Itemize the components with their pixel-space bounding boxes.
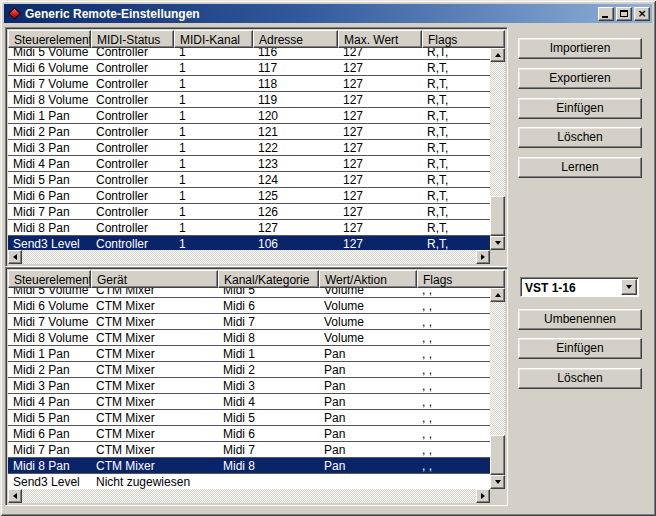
scroll-down-button[interactable] — [490, 236, 505, 250]
cell: Midi 2 — [218, 362, 319, 377]
column-header-adresse[interactable]: Adresse — [253, 30, 338, 48]
table-row[interactable]: Midi 6 VolumeCTM MixerMidi 6Volume, , — [8, 298, 490, 314]
column-header-steuerelement[interactable]: Steuerelement — [8, 270, 91, 288]
insert-bank-button[interactable]: Einfügen — [518, 338, 642, 359]
cell: Midi 5 — [218, 410, 319, 425]
scroll-up-button[interactable] — [490, 48, 505, 62]
cell: 127 — [338, 236, 422, 250]
rename-button[interactable]: Umbenennen — [518, 309, 642, 330]
delete-bank-button[interactable]: Löschen — [518, 368, 642, 389]
cell: , , — [417, 362, 490, 377]
scroll-right-button[interactable] — [476, 489, 490, 503]
midi-status-table: SteuerelementMIDI-StatusMIDI-KanalAdress… — [5, 27, 508, 267]
column-header-midi-status[interactable]: MIDI-Status — [91, 30, 174, 48]
table-header: SteuerelementGerätKanal/KategorieWert/Ak… — [8, 270, 505, 288]
table-row[interactable]: Midi 6 PanController1125127R,T, — [8, 188, 490, 204]
column-header-kanal-kategorie[interactable]: Kanal/Kategorie — [218, 270, 319, 288]
insert-button[interactable]: Einfügen — [518, 98, 642, 119]
cell: CTM Mixer — [91, 458, 218, 473]
cell: R,T, — [422, 108, 490, 123]
minimize-button[interactable] — [598, 7, 614, 21]
table-row[interactable]: Midi 5 PanCTM MixerMidi 5Pan, , — [8, 410, 490, 426]
table-row[interactable]: Midi 7 VolumeController1118127R,T, — [8, 76, 490, 92]
table-row[interactable]: Midi 5 PanController1124127R,T, — [8, 172, 490, 188]
title-bar[interactable]: Generic Remote-Einstellungen × — [4, 4, 652, 23]
cell: CTM Mixer — [91, 346, 218, 361]
column-header-steuerelement[interactable]: Steuerelement — [8, 30, 91, 48]
cell: 127 — [338, 92, 422, 107]
delete-button[interactable]: Löschen — [518, 127, 642, 148]
table-row[interactable]: Send3 LevelNicht zugewiesen — [8, 474, 490, 489]
maximize-button[interactable] — [616, 7, 632, 21]
cell: 127 — [338, 172, 422, 187]
table-row[interactable]: Midi 2 PanCTM MixerMidi 2Pan, , — [8, 362, 490, 378]
table-row[interactable]: Midi 2 PanController1121127R,T, — [8, 124, 490, 140]
table-row[interactable]: Midi 4 PanController1123127R,T, — [8, 156, 490, 172]
table-row[interactable]: Midi 7 VolumeCTM MixerMidi 7Volume, , — [8, 314, 490, 330]
vertical-scrollbar[interactable] — [490, 48, 505, 250]
table-row[interactable]: Send3 LevelController1106127R,T, — [8, 236, 490, 250]
cell: Controller — [91, 220, 174, 235]
arrow-down-icon — [495, 480, 501, 484]
table-rows: Midi 5 VolumeCTM MixerMidi 5Volume, ,Mid… — [8, 288, 490, 489]
close-button[interactable]: × — [634, 7, 650, 21]
table-row[interactable]: Midi 8 PanController1127127R,T, — [8, 220, 490, 236]
column-header-flags[interactable]: Flags — [422, 30, 505, 48]
cell: R,T, — [422, 48, 490, 59]
scroll-left-button[interactable] — [8, 250, 22, 264]
table-row[interactable]: Midi 4 PanCTM MixerMidi 4Pan, , — [8, 394, 490, 410]
scroll-left-button[interactable] — [8, 489, 22, 503]
cell: , , — [417, 346, 490, 361]
table-row[interactable]: Midi 7 PanCTM MixerMidi 7Pan, , — [8, 442, 490, 458]
table-row[interactable]: Midi 3 PanController1122127R,T, — [8, 140, 490, 156]
cell: 127 — [338, 156, 422, 171]
scrollbar-track[interactable] — [22, 489, 476, 503]
scrollbar-track[interactable] — [490, 302, 505, 475]
cell: 122 — [253, 140, 338, 155]
column-header-max-wert[interactable]: Max. Wert — [338, 30, 422, 48]
table-row[interactable]: Midi 1 PanCTM MixerMidi 1Pan, , — [8, 346, 490, 362]
table-row[interactable]: Midi 5 VolumeController1116127R,T, — [8, 48, 490, 60]
column-header-flags[interactable]: Flags — [417, 270, 505, 288]
column-header-ger-t[interactable]: Gerät — [91, 270, 218, 288]
table-row[interactable]: Midi 6 PanCTM MixerMidi 6Pan, , — [8, 426, 490, 442]
scrollbar-track[interactable] — [22, 250, 476, 264]
scroll-up-button[interactable] — [490, 288, 505, 302]
cell: 127 — [338, 60, 422, 75]
cell: 1 — [174, 220, 253, 235]
window-title: Generic Remote-Einstellungen — [22, 7, 596, 21]
cell: Pan — [319, 410, 417, 425]
table-row[interactable]: Midi 8 PanCTM MixerMidi 8Pan, , — [8, 458, 490, 474]
export-button[interactable]: Exportieren — [518, 68, 642, 89]
cell: Controller — [91, 156, 174, 171]
learn-button[interactable]: Lernen — [518, 157, 642, 178]
table-row[interactable]: Midi 6 VolumeController1117127R,T, — [8, 60, 490, 76]
table-row[interactable]: Midi 1 PanController1120127R,T, — [8, 108, 490, 124]
scroll-down-button[interactable] — [490, 475, 505, 489]
cell: Midi 8 Pan — [8, 458, 91, 473]
table-row[interactable]: Midi 5 VolumeCTM MixerMidi 5Volume, , — [8, 288, 490, 298]
scrollbar-thumb[interactable] — [490, 435, 505, 475]
bank-select-value: VST 1-16 — [521, 280, 621, 295]
cell: Midi 8 Pan — [8, 220, 91, 235]
table-row[interactable]: Midi 8 VolumeController1119127R,T, — [8, 92, 490, 108]
import-button[interactable]: Importieren — [518, 38, 642, 59]
horizontal-scrollbar[interactable] — [8, 489, 490, 503]
vertical-scrollbar[interactable] — [490, 288, 505, 489]
cell: , , — [417, 288, 490, 297]
horizontal-scrollbar[interactable] — [8, 250, 490, 264]
table-row[interactable]: Midi 8 VolumeCTM MixerMidi 8Volume, , — [8, 330, 490, 346]
scrollbar-track[interactable] — [490, 62, 505, 236]
table-row[interactable]: Midi 3 PanCTM MixerMidi 3Pan, , — [8, 378, 490, 394]
combo-dropdown-button[interactable] — [621, 279, 637, 295]
cell: Pan — [319, 394, 417, 409]
cell: 1 — [174, 140, 253, 155]
scrollbar-thumb[interactable] — [490, 196, 505, 236]
cell: , , — [417, 394, 490, 409]
bank-select[interactable]: VST 1-16 — [520, 277, 639, 297]
minimize-icon — [602, 16, 608, 18]
column-header-wert-aktion[interactable]: Wert/Aktion — [319, 270, 417, 288]
scroll-right-button[interactable] — [476, 250, 490, 264]
column-header-midi-kanal[interactable]: MIDI-Kanal — [174, 30, 253, 48]
table-row[interactable]: Midi 7 PanController1126127R,T, — [8, 204, 490, 220]
